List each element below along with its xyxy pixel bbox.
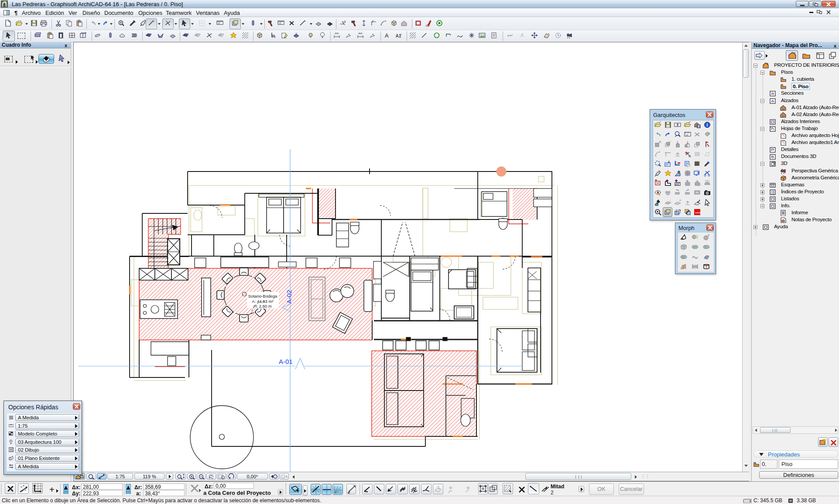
svg-text:A-01: A-01 — [279, 358, 293, 365]
svg-text:1.2: 1.2 — [335, 32, 338, 34]
svg-text:A-02: A-02 — [285, 290, 293, 304]
svg-text:1.2: 1.2 — [359, 32, 362, 34]
svg-text:i: i — [707, 123, 708, 127]
svg-text:12: 12 — [218, 22, 220, 24]
svg-text:3D: 3D — [771, 155, 773, 157]
svg-text:?: ? — [707, 234, 710, 238]
svg-text:A: A — [385, 32, 389, 39]
svg-text:Sotano-Bodega: Sotano-Bodega — [248, 294, 277, 298]
svg-text:H: 2,60 m: H: 2,60 m — [253, 304, 272, 309]
svg-text:12: 12 — [279, 22, 281, 24]
svg-text:A: 44,93 m²: A: 44,93 m² — [252, 299, 274, 304]
svg-text:Lampe: Lampe — [695, 212, 701, 214]
svg-text:12: 12 — [685, 134, 688, 136]
